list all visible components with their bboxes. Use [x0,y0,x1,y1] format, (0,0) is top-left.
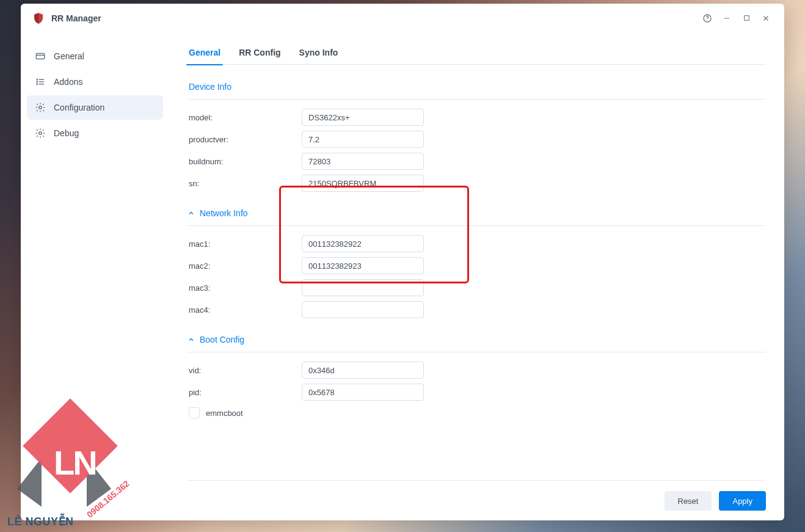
input-sn[interactable] [302,175,424,192]
apply-button[interactable]: Apply [719,491,766,511]
label-mac3: mac3: [188,283,302,293]
footer: Reset Apply [169,481,784,520]
sidebar-item-debug[interactable]: Debug [27,121,163,145]
svg-point-12 [37,84,38,85]
input-buildnum[interactable] [302,153,424,170]
help-button[interactable] [699,10,716,27]
label-mac2: mac2: [188,261,302,271]
chevron-up-icon [188,210,195,217]
label-pid: pid: [188,388,302,397]
main-panel: General RR Config Syno Info Device Info … [169,33,784,520]
sidebar-item-general[interactable]: General [27,44,163,68]
svg-point-10 [37,81,38,82]
input-mac3[interactable] [302,279,424,296]
list-icon [34,76,46,88]
minimize-button[interactable] [718,10,735,27]
content: Device Info model: productver: buildnum:… [169,65,784,481]
input-mac4[interactable] [302,301,424,318]
close-button[interactable] [757,10,774,27]
card-icon [34,50,46,62]
checkbox-emmcboot[interactable] [189,407,200,418]
input-pid[interactable] [302,384,424,401]
tab-label: RR Config [239,48,280,57]
app-shield-icon [32,12,45,25]
label-emmcboot: emmcboot [206,409,243,418]
label-mac4: mac4: [188,305,302,315]
sidebar: General Addons Configuration Debug [21,33,169,520]
label-sn: sn: [188,179,302,188]
gear-icon [34,101,46,114]
section-title: Device Info [189,82,231,92]
sidebar-item-label: General [54,51,84,61]
section-boot-config[interactable]: Boot Config [188,322,766,352]
tabs: General RR Config Syno Info [169,33,784,65]
reset-button[interactable]: Reset [665,491,712,511]
titlebar: RR Manager [21,4,784,33]
svg-point-14 [39,106,42,109]
label-productver: productver: [188,135,302,144]
tab-label: Syno Info [299,48,338,57]
svg-point-15 [39,132,42,135]
input-mac2[interactable] [302,257,424,274]
label-model: model: [188,113,302,122]
label-vid: vid: [188,366,302,375]
input-productver[interactable] [302,131,424,148]
label-buildnum: buildnum: [188,157,302,166]
svg-point-1 [707,20,707,20]
sidebar-item-configuration[interactable]: Configuration [27,95,163,120]
maximize-button[interactable] [738,10,755,27]
sidebar-item-label: Debug [54,128,79,138]
app-window: RR Manager General [21,4,784,520]
input-mac1[interactable] [302,235,424,252]
gear-icon [34,127,46,139]
tab-label: General [189,48,220,57]
section-title: Network Info [200,208,248,218]
section-title: Boot Config [200,335,244,344]
svg-rect-3 [744,16,749,21]
sidebar-item-label: Configuration [54,103,104,112]
input-vid[interactable] [302,362,424,379]
svg-point-8 [37,79,38,81]
svg-rect-6 [36,54,45,59]
section-device-info[interactable]: Device Info [188,70,766,100]
tab-general[interactable]: General [188,42,222,65]
label-mac1: mac1: [188,239,302,249]
input-model[interactable] [302,109,424,126]
tab-syno-info[interactable]: Syno Info [298,42,340,65]
chevron-up-icon [188,336,195,343]
window-title: RR Manager [51,13,101,23]
sidebar-item-label: Addons [54,77,82,87]
tab-rr-config[interactable]: RR Config [238,42,282,65]
sidebar-item-addons[interactable]: Addons [27,70,163,94]
section-network-info[interactable]: Network Info [188,196,766,226]
